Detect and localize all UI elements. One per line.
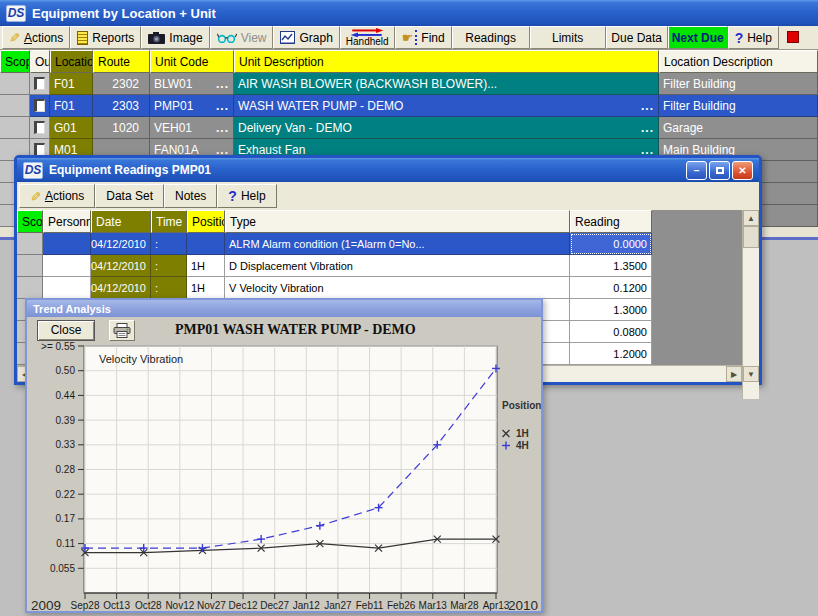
cell-route[interactable]: 2302 — [93, 73, 150, 95]
svg-text:Dec12: Dec12 — [229, 600, 258, 611]
ellipsis-button[interactable]: ... — [216, 99, 229, 113]
cell-type[interactable]: D Displacement Vibration — [225, 255, 570, 277]
header-out[interactable]: Out — [30, 50, 50, 73]
cell-date[interactable]: 04/12/2010 — [91, 277, 151, 299]
svg-text:0.33: 0.33 — [56, 439, 76, 450]
cell-unit-code[interactable]: BLW01... — [150, 73, 234, 95]
cell-location[interactable]: G01 — [50, 117, 93, 139]
handheld-button[interactable]: Handheld — [340, 26, 395, 49]
trend-titlebar[interactable]: Trend Analysis — [27, 300, 541, 317]
cell-scope[interactable] — [17, 233, 43, 255]
scroll-down-icon[interactable]: ▼ — [743, 366, 759, 382]
print-button[interactable] — [109, 320, 135, 341]
next-due-button[interactable]: Next Due — [668, 26, 728, 49]
readings-help-button[interactable]: ? Help — [217, 184, 276, 208]
find-button[interactable]: ☛ Find — [395, 26, 452, 49]
cell-unit-description[interactable]: WASH WATER PUMP - DEMO... — [234, 95, 659, 117]
cell-reading[interactable]: 0.1200 — [570, 277, 652, 299]
cell-unit-description[interactable]: AIR WASH BLOWER (BACKWASH BLOWER)... — [234, 73, 659, 95]
data-set-button[interactable]: Data Set — [95, 184, 164, 208]
cell-unit-code[interactable]: VEH01... — [150, 117, 234, 139]
header-scope[interactable]: Scope — [17, 210, 43, 233]
vscroll-thumb[interactable] — [743, 226, 759, 248]
actions-button[interactable]: ✎ Actions — [2, 26, 70, 49]
cell-scope[interactable] — [0, 73, 30, 95]
cell-unit-description[interactable]: Delivery Van - DEMO... — [234, 117, 659, 139]
minimize-button[interactable]: – — [686, 161, 707, 180]
cell-location-description[interactable]: Filter Building — [659, 73, 818, 95]
cell-location-description[interactable]: Filter Building — [659, 95, 818, 117]
cell-reading[interactable]: 0.0800 — [570, 321, 652, 343]
cell-scope[interactable] — [0, 95, 30, 117]
readings-titlebar[interactable]: DS Equipment Readings PMP01 – ✕ — [17, 158, 759, 182]
main-titlebar[interactable]: DS Equipment by Location + Unit — [0, 0, 818, 26]
cell-personnel[interactable] — [43, 255, 91, 277]
header-unit-code[interactable]: Unit Code — [150, 50, 234, 73]
close-button[interactable]: ✕ — [732, 161, 753, 180]
header-time[interactable]: Time — [151, 210, 187, 233]
cell-time[interactable]: : — [151, 233, 187, 255]
cell-personnel[interactable] — [43, 277, 91, 299]
cell-date[interactable]: 04/12/2010 — [91, 255, 151, 277]
cell-unit-code[interactable]: PMP01... — [150, 95, 234, 117]
notes-button[interactable]: Notes — [164, 184, 217, 208]
cell-type[interactable]: V Velocity Vibration — [225, 277, 570, 299]
cell-out[interactable] — [30, 95, 50, 117]
cell-location-description[interactable]: Garage — [659, 117, 818, 139]
readings-button[interactable]: Readings — [452, 26, 530, 49]
cell-position[interactable]: 1H — [187, 277, 225, 299]
cell-location[interactable]: F01 — [50, 95, 93, 117]
out-checkbox[interactable] — [34, 121, 45, 134]
cell-out[interactable] — [30, 117, 50, 139]
reports-button[interactable]: Reports — [70, 26, 141, 49]
limits-button[interactable]: Limits — [530, 26, 606, 49]
header-unit-description[interactable]: Unit Description — [234, 50, 659, 73]
cell-route[interactable]: 1020 — [93, 117, 150, 139]
cell-reading[interactable]: 0.0000 — [570, 233, 652, 255]
screen: DS Equipment by Location + Unit ✎ Action… — [0, 0, 818, 616]
trend-close-button[interactable]: Close — [37, 320, 95, 341]
header-date[interactable]: Date — [91, 210, 151, 233]
cell-date[interactable]: 04/12/2010 — [91, 233, 151, 255]
graph-button[interactable]: Graph — [273, 26, 339, 49]
cell-scope[interactable] — [17, 277, 43, 299]
header-position[interactable]: Position — [187, 210, 225, 233]
cell-reading[interactable]: 1.3000 — [570, 299, 652, 321]
cell-personnel[interactable] — [43, 233, 91, 255]
header-route[interactable]: Route — [93, 50, 150, 73]
cell-position[interactable] — [187, 233, 225, 255]
cell-route[interactable]: 2303 — [93, 95, 150, 117]
readings-actions-button[interactable]: ✎ Actions — [19, 184, 95, 208]
header-personnel[interactable]: Personnel ... — [43, 210, 91, 233]
scroll-right-icon[interactable]: ▶ — [726, 366, 742, 382]
cell-out[interactable] — [30, 73, 50, 95]
image-button[interactable]: Image — [141, 26, 209, 49]
cell-position[interactable]: 1H — [187, 255, 225, 277]
due-data-button[interactable]: Due Data — [606, 26, 668, 49]
out-checkbox[interactable] — [34, 99, 45, 112]
view-button[interactable]: View — [210, 26, 274, 49]
readings-vscrollbar[interactable]: ▲ ▼ — [742, 210, 759, 399]
cell-reading[interactable]: 1.2000 — [570, 343, 652, 365]
cell-type[interactable]: ALRM Alarm condition (1=Alarm 0=No... — [225, 233, 570, 255]
ellipsis-button[interactable]: ... — [216, 121, 229, 135]
cell-scope[interactable] — [17, 255, 43, 277]
cell-location[interactable]: F01 — [50, 73, 93, 95]
ellipsis-button[interactable]: ... — [641, 121, 654, 135]
cell-time[interactable]: : — [151, 255, 187, 277]
stop-indicator-icon[interactable] — [787, 31, 799, 43]
header-scope[interactable]: Scope — [0, 50, 30, 73]
header-type[interactable]: Type — [225, 210, 570, 233]
header-reading[interactable]: Reading — [570, 210, 652, 233]
scroll-up-icon[interactable]: ▲ — [743, 210, 759, 226]
cell-time[interactable]: : — [151, 277, 187, 299]
header-location-description[interactable]: Location Description — [659, 50, 818, 73]
header-location[interactable]: Location — [50, 50, 93, 73]
maximize-button[interactable] — [709, 161, 730, 180]
ellipsis-button[interactable]: ... — [216, 77, 229, 91]
cell-reading[interactable]: 1.3500 — [570, 255, 652, 277]
help-button[interactable]: ? Help — [728, 26, 779, 49]
out-checkbox[interactable] — [34, 77, 45, 90]
ellipsis-button[interactable]: ... — [641, 99, 654, 113]
cell-scope[interactable] — [0, 117, 30, 139]
